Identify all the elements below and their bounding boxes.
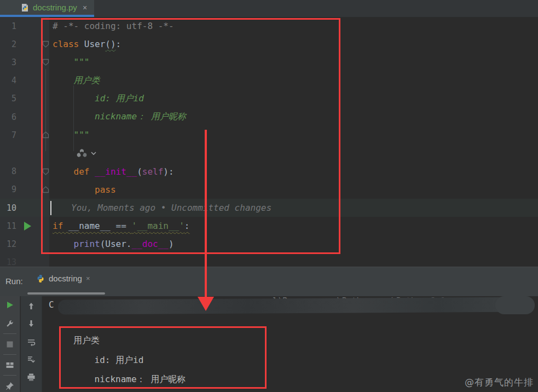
text-caret bbox=[50, 201, 51, 215]
code-line-1[interactable]: 1# -*- coding: utf-8 -*- bbox=[0, 17, 538, 35]
code-line-8[interactable]: 8 def __init__(self): bbox=[0, 163, 538, 181]
soft-wrap-icon[interactable] bbox=[21, 338, 42, 347]
code-line-9[interactable]: 9 pass bbox=[0, 181, 538, 199]
tab-docstring-py[interactable]: docstring.py × bbox=[0, 0, 94, 17]
run-toolbar-console bbox=[21, 296, 42, 392]
restore-layout-icon[interactable] bbox=[0, 361, 20, 370]
tab-close-icon[interactable]: × bbox=[83, 3, 87, 12]
fold-end-icon[interactable] bbox=[42, 131, 50, 139]
python-file-icon bbox=[21, 3, 30, 12]
rerun-icon[interactable] bbox=[0, 301, 20, 309]
fold-end-icon[interactable] bbox=[42, 186, 50, 194]
run-label: Run: bbox=[5, 276, 23, 286]
line-number: 8 bbox=[0, 166, 16, 176]
method-inlay-gear-icon[interactable] bbox=[77, 148, 97, 158]
run-tab-close-icon[interactable]: × bbox=[86, 274, 90, 283]
pycharm-window: docstring.py × 1# -*- coding: utf-8 -*-2… bbox=[0, 0, 538, 392]
console-output-line: id: 用户id bbox=[73, 355, 143, 366]
line-number: 6 bbox=[0, 112, 16, 122]
down-arrow-icon[interactable] bbox=[21, 319, 42, 328]
python-logo-icon bbox=[36, 274, 45, 283]
code-text: nickname： 用户昵称 bbox=[53, 111, 186, 123]
line-number: 12 bbox=[0, 239, 16, 249]
annotation-arrow-head bbox=[198, 297, 214, 311]
code-text: """ bbox=[53, 130, 89, 140]
line-number: 1 bbox=[0, 21, 16, 31]
annotation-arrow-shaft bbox=[205, 130, 207, 297]
code-text: def __init__(self): bbox=[53, 166, 174, 177]
code-text: print(User.__doc__) bbox=[53, 239, 174, 249]
code-line-13[interactable]: 13 bbox=[0, 253, 538, 267]
run-tab-name: docstring bbox=[49, 274, 82, 283]
line-number: 2 bbox=[0, 39, 16, 49]
code-text: class User(): bbox=[53, 39, 121, 49]
fold-start-icon[interactable] bbox=[42, 168, 50, 176]
print-icon[interactable] bbox=[21, 373, 42, 382]
line-number: 11 bbox=[0, 221, 16, 231]
pin-icon[interactable] bbox=[0, 382, 20, 390]
code-line-6[interactable]: 6 nickname： 用户昵称 bbox=[0, 108, 538, 126]
stop-icon[interactable] bbox=[0, 340, 20, 349]
line-number: 5 bbox=[0, 94, 16, 103]
scroll-to-end-icon[interactable] bbox=[21, 355, 42, 364]
censor-blob bbox=[58, 297, 534, 314]
code-line-11[interactable]: 11if __name__ == '__main__': bbox=[0, 217, 538, 235]
line-number: 10 bbox=[0, 203, 16, 213]
run-gutter-icon[interactable] bbox=[24, 222, 31, 230]
code-line-10[interactable]: 10You, Moments ago • Uncommitted changes bbox=[0, 199, 538, 217]
code-text: 用户类 bbox=[53, 75, 100, 87]
code-editor[interactable]: 1# -*- coding: utf-8 -*-2class User():3 … bbox=[0, 17, 538, 267]
settings-wrench-icon[interactable] bbox=[0, 319, 20, 328]
code-text: # -*- coding: utf-8 -*- bbox=[53, 21, 174, 31]
console-output-line: nickname： 用户昵称 bbox=[73, 374, 186, 385]
code-text: if __name__ == '__main__': bbox=[53, 221, 189, 231]
fold-start-icon[interactable] bbox=[42, 58, 50, 66]
run-console: C l)P \Path \Python 3.1 用户类 id: 用户id nic… bbox=[0, 296, 538, 392]
code-line-3[interactable]: 3 """ bbox=[0, 53, 538, 71]
fold-start-icon[interactable] bbox=[42, 40, 50, 48]
run-tab-active-indicator bbox=[27, 292, 105, 295]
inlay-row[interactable] bbox=[0, 144, 538, 162]
watermark: @有勇气的牛排 bbox=[465, 376, 534, 389]
console-output-line: 用户类 bbox=[73, 335, 100, 347]
code-line-7[interactable]: 7 """ bbox=[0, 126, 538, 144]
line-number: 9 bbox=[0, 185, 16, 194]
line-number: 7 bbox=[0, 130, 16, 140]
code-line-5[interactable]: 5 id: 用户id bbox=[0, 90, 538, 108]
toolbar-divider bbox=[3, 333, 16, 334]
run-panel-header: Run: docstring × bbox=[0, 267, 538, 296]
censor-blob-end bbox=[495, 296, 535, 314]
line-number: 3 bbox=[0, 57, 16, 67]
line-number: 4 bbox=[0, 76, 16, 85]
console-path-prefix: C bbox=[49, 299, 54, 310]
editor-tabbar: docstring.py × bbox=[0, 0, 538, 17]
run-toolbar-main bbox=[0, 296, 20, 392]
code-line-4[interactable]: 4 用户类 bbox=[0, 72, 538, 90]
up-arrow-icon[interactable] bbox=[21, 302, 42, 310]
code-line-2[interactable]: 2class User(): bbox=[0, 35, 538, 53]
code-text: """ bbox=[53, 57, 89, 67]
code-text: pass bbox=[53, 185, 116, 195]
code-text: id: 用户id bbox=[53, 93, 144, 105]
run-tab-docstring[interactable]: docstring × bbox=[36, 274, 90, 283]
toolbar-divider bbox=[3, 375, 16, 376]
code-line-12[interactable]: 12 print(User.__doc__) bbox=[0, 235, 538, 253]
clear-icon[interactable] bbox=[21, 389, 42, 392]
toolbar-divider bbox=[3, 354, 16, 355]
tab-filename: docstring.py bbox=[33, 3, 77, 12]
line-number: 13 bbox=[0, 257, 16, 267]
git-blame-inline-hint: You, Moments ago • Uncommitted changes bbox=[71, 203, 271, 213]
